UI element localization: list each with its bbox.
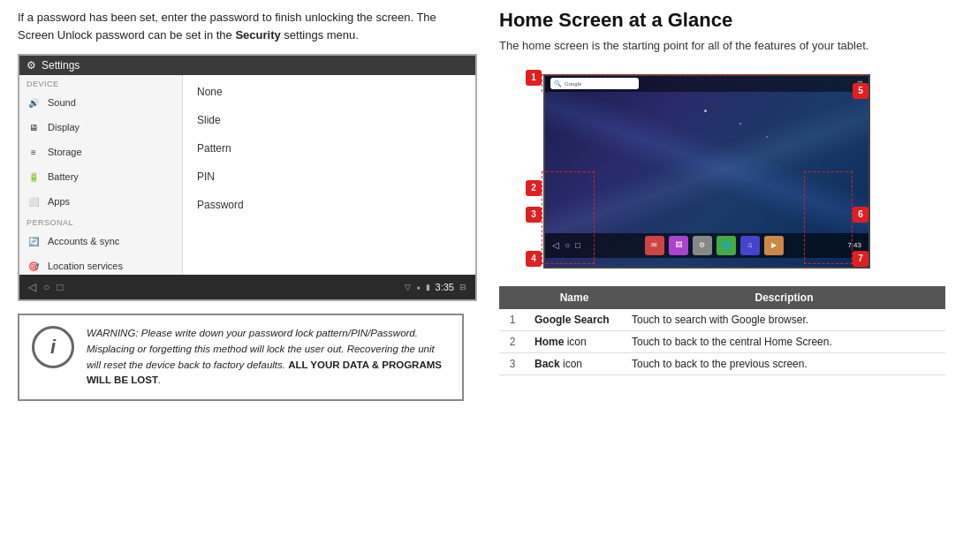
nav-bar-icons: ◁ ○ □ [28,281,64,293]
sidebar-item-display[interactable]: 🖥 Display [19,115,182,140]
row-name-2: Home icon [526,330,623,352]
tablet-screen: 🔍 Google ⊞ ◁ ○ □ ✉ [543,74,870,269]
home-screen-diagram: 1 5 🔍 Google ⊞ [499,65,870,277]
callout-3: 3 [526,207,542,223]
display-icon: 🖥 [27,120,41,134]
apps-label: Apps [48,196,70,207]
video-app-icon: ▶ [764,236,784,255]
email-app-icon: ✉ [645,236,664,255]
option-password[interactable]: Password [197,195,461,215]
star-dot-2 [739,123,741,125]
tablet-back-icon: ◁ [552,240,559,250]
music-app-icon: ♫ [740,236,760,255]
table-header-num [499,286,526,309]
recent-nav-icon: □ [57,281,63,293]
browser-app-icon: 🌐 [717,236,736,255]
storage-icon: ≡ [27,145,41,159]
page-title: Home Screen at a Glance [499,9,945,32]
table-row: 1 Google Search Touch to search with Goo… [499,309,945,331]
row-num-3: 3 [499,352,526,375]
wallpaper-streaks [545,92,868,233]
sidebar-item-battery[interactable]: 🔋 Battery [19,164,182,189]
settings-titlebar: ⚙ Settings [19,56,475,75]
table-row: 2 Home icon Touch to back to the central… [499,330,945,352]
settings-mockup: ⚙ Settings DEVICE 🔊 Sound 🖥 Display ≡ St… [18,54,477,301]
google-search-bar[interactable]: 🔍 Google [550,78,639,89]
app-icons-row: ✉ 🖼 ⚙ 🌐 ♫ ▶ [645,236,784,255]
settings-app-icon: ⚙ [693,236,712,255]
tablet-bottom-bar: ◁ ○ □ ✉ 🖼 ⚙ 🌐 ♫ ▶ 7:43 [545,233,868,258]
storage-label: Storage [48,147,82,157]
row-num-2: 2 [499,330,526,352]
settings-icon: ⚙ [27,59,36,72]
tablet-recent-icon: □ [575,240,580,250]
home-nav-icon: ○ [43,281,49,293]
status-time: 3:35 [436,282,454,292]
tablet-topbar: 🔍 Google ⊞ [545,76,868,92]
table-row: 3 Back icon Touch to back to the previou… [499,352,945,375]
tablet-clock: 7:43 [847,241,861,249]
option-slide[interactable]: Slide [197,110,461,130]
row-desc-1: Touch to search with Google browser. [623,309,945,331]
device-section-label: DEVICE [19,75,182,90]
back-nav-icon: ◁ [28,281,36,293]
wifi-icon: ⬥ [416,283,421,291]
status-bar-icons: ▽ ⬥ ▮ 3:35 ⊟ [405,282,466,292]
settings-content: None Slide Pattern PIN Password [183,75,475,275]
sidebar-item-apps[interactable]: ⬜ Apps [19,189,182,214]
callout-6: 6 [853,207,868,223]
row-desc-3: Touch to back to the previous screen. [623,352,945,375]
row-name-3: Back icon [526,352,623,375]
settings-body: DEVICE 🔊 Sound 🖥 Display ≡ Storage 🔋 Bat… [19,75,475,275]
battery-label: Battery [48,171,79,182]
warning-box: i WARNING: Please write down your passwo… [18,314,464,401]
gallery-app-icon: 🖼 [669,236,688,255]
settings-title: Settings [42,59,80,72]
battery-status-icon: ▮ [426,283,430,291]
sidebar-item-storage[interactable]: ≡ Storage [19,140,182,164]
table-header-name: Name [526,286,623,309]
star-dot-3 [766,136,768,138]
location-label: Location services [48,261,123,271]
right-panel: Home Screen at a Glance The home screen … [482,0,963,560]
location-icon: 🎯 [27,259,41,273]
row-name-1: Google Search [526,309,623,331]
callout-2: 2 [526,180,542,196]
search-icon: 🔍 [554,80,562,87]
star-dot-1 [704,110,707,112]
sound-label: Sound [48,97,76,108]
callout-4: 4 [526,251,542,267]
option-pattern[interactable]: Pattern [197,139,461,158]
battery-icon: 🔋 [27,170,41,184]
settings-sidebar: DEVICE 🔊 Sound 🖥 Display ≡ Storage 🔋 Bat… [19,75,183,275]
info-table: Name Description 1 Google Search Touch t… [499,286,945,375]
info-icon: i [50,336,56,359]
sidebar-item-location[interactable]: 🎯 Location services [19,254,182,275]
info-icon-circle: i [32,326,74,368]
row-num-1: 1 [499,309,526,331]
signal-icon: ▽ [405,283,411,291]
battery-bar-icon: ⊟ [459,283,466,291]
sound-icon: 🔊 [27,95,41,110]
warning-text: WARNING: Please write down your password… [87,326,450,389]
table-header-description: Description [623,286,945,309]
page-subtitle: The home screen is the starting point fo… [499,37,945,55]
accounts-label: Accounts & sync [48,236,119,246]
left-panel: If a password has been set, enter the pa… [0,0,482,560]
callout-7: 7 [853,251,868,267]
settings-bottom-bar: ◁ ○ □ ▽ ⬥ ▮ 3:35 ⊟ [19,275,475,299]
sidebar-item-accounts[interactable]: 🔄 Accounts & sync [19,229,182,254]
accounts-icon: 🔄 [27,234,41,248]
callout-1: 1 [526,70,542,86]
display-label: Display [48,122,80,132]
intro-text: If a password has been set, enter the pa… [18,9,464,43]
option-none[interactable]: None [197,82,461,102]
tablet-nav-icons: ◁ ○ □ [552,240,580,250]
sidebar-item-sound[interactable]: 🔊 Sound [19,90,182,115]
tablet-main-area [545,92,868,233]
tablet-home-icon: ○ [565,240,570,250]
personal-section-label: PERSONAL [19,214,182,229]
google-label: Google [565,81,581,87]
row-desc-2: Touch to back to the central Home Screen… [623,330,945,352]
option-pin[interactable]: PIN [197,167,461,186]
